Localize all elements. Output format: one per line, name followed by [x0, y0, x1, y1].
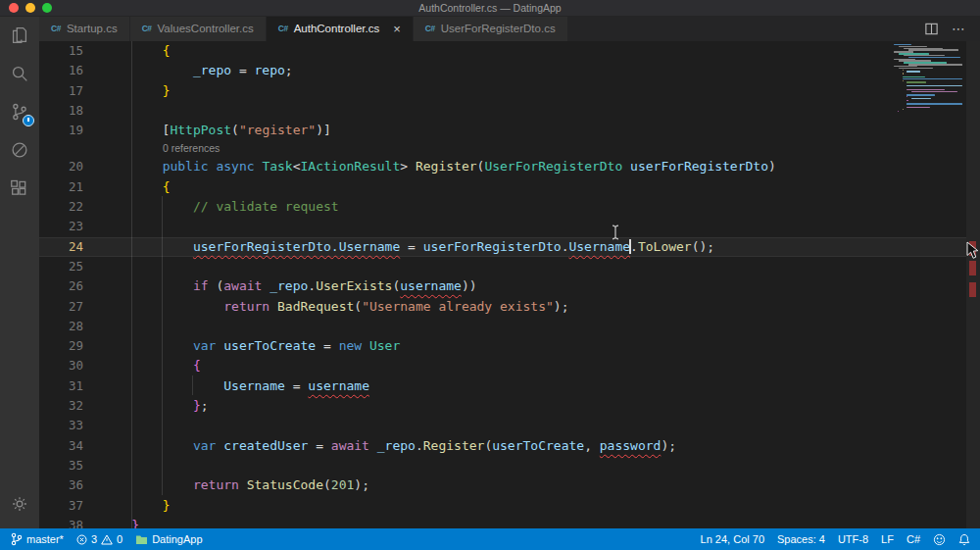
code-token: ); — [354, 477, 369, 492]
code-token: Register — [416, 159, 477, 174]
code-line[interactable]: 15 { — [39, 41, 980, 61]
code-token: . — [630, 239, 638, 254]
line-number: 24 — [39, 237, 101, 257]
explorer-button[interactable] — [0, 16, 39, 54]
zoom-window-button[interactable] — [42, 3, 52, 13]
minimap-line — [906, 94, 934, 95]
search-button[interactable] — [0, 54, 39, 92]
code-line[interactable]: 35 — [39, 456, 980, 475]
feedback-button[interactable] — [933, 533, 946, 546]
codelens-references[interactable]: 0 references — [39, 140, 980, 157]
tab-userforregisterdto[interactable]: C# UserForRegisterDto.cs — [414, 16, 568, 41]
code-token — [101, 338, 193, 353]
split-editor-icon[interactable] — [924, 22, 939, 36]
tab-label: ValuesController.cs — [158, 23, 254, 34]
code-token: )) — [462, 278, 477, 293]
minimize-window-button[interactable] — [25, 3, 35, 13]
line-number: 29 — [39, 336, 101, 356]
git-branch-indicator[interactable]: master* — [10, 532, 64, 546]
code-line[interactable]: 26 if (await _repo.UserExists(username)) — [39, 276, 980, 296]
project-indicator[interactable]: DatingApp — [135, 533, 202, 545]
code-token: Username — [223, 378, 285, 393]
code-line[interactable]: 16 _repo = repo; — [39, 61, 980, 80]
code-line[interactable]: 24 userForRegisterDto.Username = userFor… — [39, 237, 980, 257]
code-token: > — [400, 159, 416, 174]
code-token: = — [316, 338, 338, 353]
code-token: password — [600, 438, 662, 453]
code-line[interactable]: 23 — [39, 217, 980, 236]
eol-indicator[interactable]: LF — [881, 533, 894, 545]
code-token: ) — [768, 159, 776, 174]
code-token: return — [193, 477, 239, 492]
code-token: Register — [423, 438, 485, 453]
line-number: 38 — [39, 516, 101, 528]
debug-button[interactable] — [0, 130, 39, 169]
line-number: 16 — [39, 61, 101, 80]
encoding-indicator[interactable]: UTF-8 — [838, 533, 868, 545]
code-line[interactable]: 34 var createdUser = await _repo.Registe… — [39, 436, 980, 456]
more-actions-icon[interactable]: ⋯ — [952, 21, 966, 36]
code-line[interactable]: 21 { — [39, 177, 980, 197]
minimap-line — [906, 107, 930, 108]
editor[interactable]: 15 {16 _repo = repo;17 }1819 [HttpPost("… — [39, 41, 980, 528]
close-tab-button[interactable]: × — [393, 23, 401, 35]
code-token: = — [400, 239, 422, 254]
code-token: userForRegisterDto.Username — [193, 239, 400, 254]
activity-bar — [0, 16, 39, 528]
language-mode-indicator[interactable]: C# — [906, 533, 920, 545]
minimap-line — [911, 98, 931, 99]
code-line[interactable]: 37 } — [39, 496, 980, 516]
minimap-line — [906, 103, 962, 104]
code-line[interactable]: 25 — [39, 257, 980, 276]
tab-startup[interactable]: C# Startup.cs — [39, 16, 130, 41]
code-line[interactable]: 29 var userToCreate = new User — [39, 336, 980, 356]
code-token: await — [223, 278, 262, 293]
close-window-button[interactable] — [9, 3, 19, 13]
code-token — [622, 159, 630, 174]
warning-icon — [101, 534, 113, 545]
code-token: username — [400, 278, 462, 293]
tab-valuescontroller[interactable]: C# ValuesController.cs — [130, 16, 267, 41]
code-line[interactable]: 30 { — [39, 356, 980, 375]
source-control-button[interactable] — [0, 92, 39, 130]
code-token — [101, 159, 163, 174]
code-token: var — [193, 338, 216, 353]
code-line[interactable]: 36 return StatusCode(201); — [39, 475, 980, 495]
minimap[interactable] — [894, 44, 964, 113]
code-line[interactable]: 17 } — [39, 81, 980, 101]
code-line[interactable]: 19 [HttpPost("register")] — [39, 121, 980, 140]
window-controls — [9, 3, 52, 13]
code-token: repo — [255, 63, 285, 77]
code-line[interactable]: 27 return BadRequest("Username already e… — [39, 297, 980, 317]
code-token: { — [163, 43, 171, 58]
code-area[interactable]: 15 {16 _repo = repo;17 }1819 [HttpPost("… — [39, 41, 980, 528]
code-token: HttpPost — [170, 123, 231, 137]
code-token: { — [163, 179, 171, 194]
extensions-button[interactable] — [0, 169, 39, 207]
minimap-line — [903, 80, 904, 81]
git-branch-icon — [10, 532, 23, 546]
code-token — [270, 299, 277, 314]
minimap-line — [899, 68, 933, 69]
code-line[interactable]: 20 public async Task<IActionResult> Regi… — [39, 157, 980, 176]
line-number: 23 — [39, 217, 101, 236]
cursor-position-indicator[interactable]: Ln 24, Col 70 — [701, 533, 764, 545]
code-line[interactable]: 28 — [39, 317, 980, 336]
vertical-scrollbar[interactable] — [966, 41, 980, 528]
code-token: userToCreate — [223, 338, 316, 353]
code-line[interactable]: 22 // validate request — [39, 197, 980, 217]
code-token: , — [584, 438, 600, 453]
editor-actions: ⋯ — [924, 16, 980, 41]
code-line[interactable]: 18 — [39, 101, 980, 121]
tab-authcontroller[interactable]: C# AuthController.cs × — [267, 16, 414, 41]
gear-icon — [9, 493, 30, 515]
code-line[interactable]: 33 — [39, 416, 980, 435]
notifications-button[interactable] — [958, 533, 970, 546]
manage-button[interactable] — [0, 484, 39, 523]
indentation-indicator[interactable]: Spaces: 4 — [777, 533, 825, 545]
code-line[interactable]: 32 }; — [39, 396, 980, 416]
code-token — [101, 398, 193, 413]
problems-indicator[interactable]: 3 0 — [76, 533, 122, 545]
code-line[interactable]: 38 } — [39, 516, 980, 528]
code-line[interactable]: 31 Username = username — [39, 376, 980, 396]
